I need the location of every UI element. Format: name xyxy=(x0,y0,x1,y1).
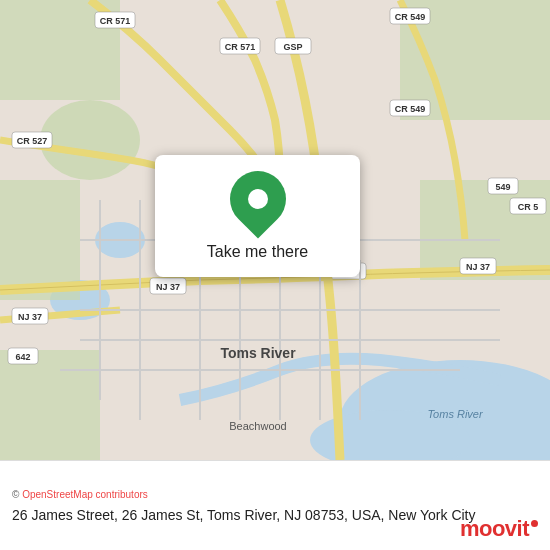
take-me-there-popup[interactable]: Take me there xyxy=(155,155,360,277)
osm-credit: © OpenStreetMap contributors xyxy=(12,489,538,500)
svg-text:549: 549 xyxy=(495,182,510,192)
svg-text:NJ 37: NJ 37 xyxy=(156,282,180,292)
svg-text:Beachwood: Beachwood xyxy=(229,420,287,432)
map-pin-icon xyxy=(218,159,297,238)
svg-text:NJ 37: NJ 37 xyxy=(466,262,490,272)
svg-text:CR 5: CR 5 xyxy=(518,202,539,212)
svg-text:CR 571: CR 571 xyxy=(100,16,131,26)
svg-text:NJ 37: NJ 37 xyxy=(18,312,42,322)
svg-text:CR 549: CR 549 xyxy=(395,12,426,22)
svg-text:GSP: GSP xyxy=(283,42,302,52)
svg-text:CR 571: CR 571 xyxy=(225,42,256,52)
svg-point-10 xyxy=(40,100,140,180)
svg-text:CR 527: CR 527 xyxy=(17,136,48,146)
moovit-brand-text: moovit xyxy=(460,516,529,542)
svg-text:Toms River: Toms River xyxy=(427,408,484,420)
map-pin-inner xyxy=(248,189,268,209)
svg-text:642: 642 xyxy=(15,352,30,362)
map-container: NJ 37 NJ 37 NJ 37 CR 571 CR 571 GSP CR 5… xyxy=(0,0,550,460)
svg-text:Toms River: Toms River xyxy=(220,345,296,361)
moovit-logo: moovit xyxy=(460,516,538,542)
bottom-bar: © OpenStreetMap contributors 26 James St… xyxy=(0,460,550,550)
svg-rect-9 xyxy=(0,350,100,460)
osm-link[interactable]: OpenStreetMap contributors xyxy=(22,489,148,500)
svg-text:CR 549: CR 549 xyxy=(395,104,426,114)
take-me-there-button[interactable]: Take me there xyxy=(199,239,316,265)
moovit-dot xyxy=(531,520,538,527)
osm-icon: © xyxy=(12,489,19,500)
